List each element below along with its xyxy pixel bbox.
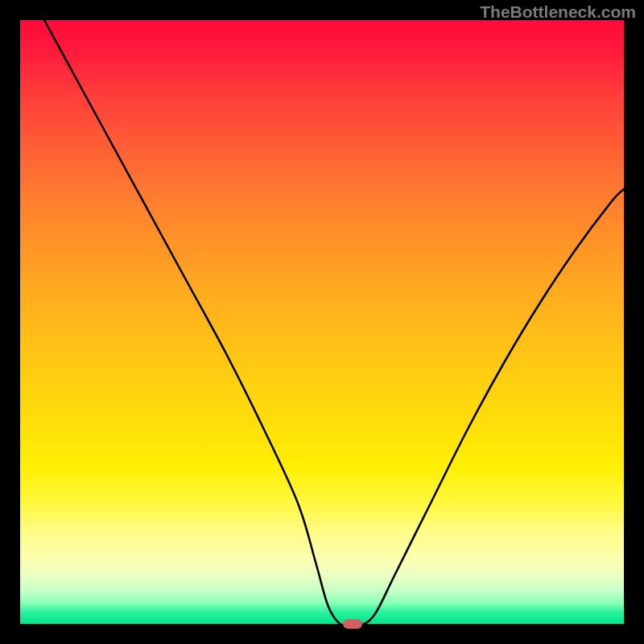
curve-svg [20, 20, 624, 624]
bottleneck-curve [44, 20, 624, 624]
watermark-text: TheBottleneck.com [480, 2, 636, 22]
chart-container: TheBottleneck.com [0, 0, 644, 644]
plot-area [20, 20, 624, 624]
optimal-marker [343, 619, 362, 629]
